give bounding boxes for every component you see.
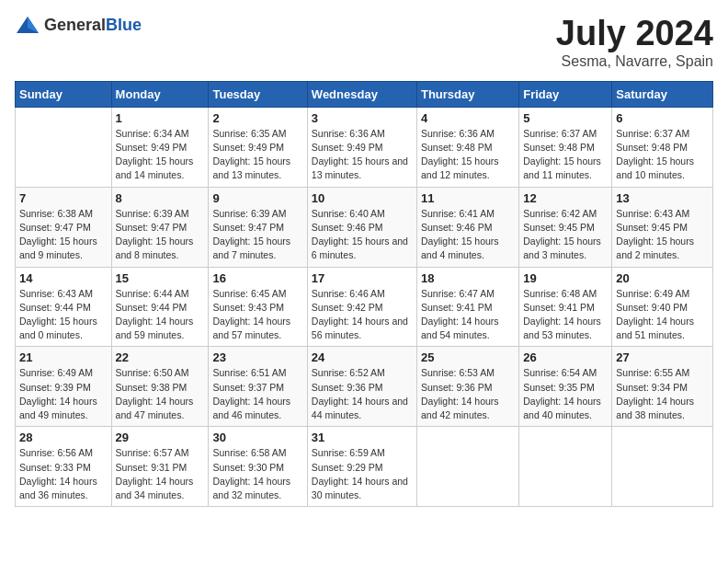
week-row-4: 21Sunrise: 6:49 AMSunset: 9:39 PMDayligh…	[16, 347, 713, 427]
calendar-cell: 7Sunrise: 6:38 AMSunset: 9:47 PMDaylight…	[16, 187, 112, 267]
week-row-1: 1Sunrise: 6:34 AMSunset: 9:49 PMDaylight…	[16, 107, 713, 187]
day-number: 4	[421, 111, 515, 125]
calendar-cell: 12Sunrise: 6:42 AMSunset: 9:45 PMDayligh…	[519, 187, 612, 267]
logo-general-text: General	[44, 16, 106, 34]
day-info: Sunrise: 6:42 AMSunset: 9:45 PMDaylight:…	[523, 207, 608, 263]
day-info: Sunrise: 6:59 AMSunset: 9:29 PMDaylight:…	[312, 446, 413, 502]
calendar-cell: 24Sunrise: 6:52 AMSunset: 9:36 PMDayligh…	[307, 347, 416, 427]
day-info: Sunrise: 6:49 AMSunset: 9:39 PMDaylight:…	[19, 366, 108, 422]
day-number: 17	[312, 271, 413, 285]
day-info: Sunrise: 6:45 AMSunset: 9:43 PMDaylight:…	[212, 287, 302, 343]
page-header: GeneralBlue July 2024 Sesma, Navarre, Sp…	[15, 15, 713, 70]
day-number: 3	[312, 111, 413, 125]
day-info: Sunrise: 6:39 AMSunset: 9:47 PMDaylight:…	[116, 207, 205, 263]
day-number: 26	[523, 350, 608, 364]
day-info: Sunrise: 6:40 AMSunset: 9:46 PMDaylight:…	[312, 207, 413, 263]
day-number: 23	[212, 350, 302, 364]
day-number: 12	[523, 191, 608, 205]
logo-icon	[15, 15, 40, 35]
day-info: Sunrise: 6:54 AMSunset: 9:35 PMDaylight:…	[523, 366, 608, 422]
day-info: Sunrise: 6:37 AMSunset: 9:48 PMDaylight:…	[616, 127, 709, 183]
day-info: Sunrise: 6:58 AMSunset: 9:30 PMDaylight:…	[212, 446, 302, 502]
calendar-table: SundayMondayTuesdayWednesdayThursdayFrid…	[15, 81, 713, 507]
day-info: Sunrise: 6:43 AMSunset: 9:45 PMDaylight:…	[616, 207, 709, 263]
day-info: Sunrise: 6:48 AMSunset: 9:41 PMDaylight:…	[523, 287, 608, 343]
title-block: July 2024 Sesma, Navarre, Spain	[556, 15, 713, 70]
calendar-cell: 16Sunrise: 6:45 AMSunset: 9:43 PMDayligh…	[209, 267, 307, 347]
calendar-cell: 13Sunrise: 6:43 AMSunset: 9:45 PMDayligh…	[612, 187, 713, 267]
day-number: 9	[212, 191, 302, 205]
weekday-header-wednesday: Wednesday	[307, 81, 416, 107]
day-info: Sunrise: 6:39 AMSunset: 9:47 PMDaylight:…	[212, 207, 302, 263]
weekday-header-row: SundayMondayTuesdayWednesdayThursdayFrid…	[16, 81, 713, 107]
day-number: 27	[616, 350, 709, 364]
day-number: 6	[616, 111, 709, 125]
day-number: 7	[19, 191, 108, 205]
day-number: 1	[116, 111, 205, 125]
calendar-cell: 27Sunrise: 6:55 AMSunset: 9:34 PMDayligh…	[612, 347, 713, 427]
day-info: Sunrise: 6:56 AMSunset: 9:33 PMDaylight:…	[19, 446, 108, 502]
calendar-cell: 10Sunrise: 6:40 AMSunset: 9:46 PMDayligh…	[307, 187, 416, 267]
calendar-cell: 14Sunrise: 6:43 AMSunset: 9:44 PMDayligh…	[16, 267, 112, 347]
day-info: Sunrise: 6:36 AMSunset: 9:48 PMDaylight:…	[421, 127, 515, 183]
day-info: Sunrise: 6:35 AMSunset: 9:49 PMDaylight:…	[212, 127, 302, 183]
calendar-cell: 28Sunrise: 6:56 AMSunset: 9:33 PMDayligh…	[16, 427, 112, 507]
calendar-body: 1Sunrise: 6:34 AMSunset: 9:49 PMDaylight…	[16, 107, 713, 506]
day-info: Sunrise: 6:52 AMSunset: 9:36 PMDaylight:…	[312, 366, 413, 422]
day-info: Sunrise: 6:50 AMSunset: 9:38 PMDaylight:…	[116, 366, 205, 422]
weekday-header-saturday: Saturday	[612, 81, 713, 107]
calendar-cell: 29Sunrise: 6:57 AMSunset: 9:31 PMDayligh…	[111, 427, 209, 507]
day-number: 21	[19, 350, 108, 364]
calendar-cell: 26Sunrise: 6:54 AMSunset: 9:35 PMDayligh…	[519, 347, 612, 427]
day-number: 14	[19, 271, 108, 285]
weekday-header-monday: Monday	[111, 81, 209, 107]
logo-blue-text: Blue	[106, 16, 142, 34]
weekday-header-tuesday: Tuesday	[209, 81, 307, 107]
calendar-cell: 21Sunrise: 6:49 AMSunset: 9:39 PMDayligh…	[16, 347, 112, 427]
day-number: 2	[212, 111, 302, 125]
calendar-cell: 30Sunrise: 6:58 AMSunset: 9:30 PMDayligh…	[209, 427, 307, 507]
day-number: 8	[116, 191, 205, 205]
calendar-cell: 6Sunrise: 6:37 AMSunset: 9:48 PMDaylight…	[612, 107, 713, 187]
calendar-cell: 1Sunrise: 6:34 AMSunset: 9:49 PMDaylight…	[111, 107, 209, 187]
day-info: Sunrise: 6:55 AMSunset: 9:34 PMDaylight:…	[616, 366, 709, 422]
day-number: 24	[312, 350, 413, 364]
day-info: Sunrise: 6:51 AMSunset: 9:37 PMDaylight:…	[212, 366, 302, 422]
calendar-cell	[416, 427, 518, 507]
calendar-cell: 19Sunrise: 6:48 AMSunset: 9:41 PMDayligh…	[519, 267, 612, 347]
month-title: July 2024	[556, 15, 713, 53]
day-info: Sunrise: 6:53 AMSunset: 9:36 PMDaylight:…	[421, 366, 515, 422]
week-row-2: 7Sunrise: 6:38 AMSunset: 9:47 PMDaylight…	[16, 187, 713, 267]
calendar-header: SundayMondayTuesdayWednesdayThursdayFrid…	[16, 81, 713, 107]
calendar-cell: 25Sunrise: 6:53 AMSunset: 9:36 PMDayligh…	[416, 347, 518, 427]
day-info: Sunrise: 6:43 AMSunset: 9:44 PMDaylight:…	[19, 287, 108, 343]
day-info: Sunrise: 6:34 AMSunset: 9:49 PMDaylight:…	[116, 127, 205, 183]
logo: GeneralBlue	[15, 15, 142, 35]
calendar-cell: 20Sunrise: 6:49 AMSunset: 9:40 PMDayligh…	[612, 267, 713, 347]
day-info: Sunrise: 6:44 AMSunset: 9:44 PMDaylight:…	[116, 287, 205, 343]
calendar-cell: 9Sunrise: 6:39 AMSunset: 9:47 PMDaylight…	[209, 187, 307, 267]
calendar-cell: 17Sunrise: 6:46 AMSunset: 9:42 PMDayligh…	[307, 267, 416, 347]
calendar-cell: 5Sunrise: 6:37 AMSunset: 9:48 PMDaylight…	[519, 107, 612, 187]
day-number: 25	[421, 350, 515, 364]
day-info: Sunrise: 6:38 AMSunset: 9:47 PMDaylight:…	[19, 207, 108, 263]
weekday-header-friday: Friday	[519, 81, 612, 107]
week-row-3: 14Sunrise: 6:43 AMSunset: 9:44 PMDayligh…	[16, 267, 713, 347]
day-number: 30	[212, 431, 302, 444]
day-info: Sunrise: 6:47 AMSunset: 9:41 PMDaylight:…	[421, 287, 515, 343]
location-title: Sesma, Navarre, Spain	[556, 53, 713, 70]
day-number: 11	[421, 191, 515, 205]
day-info: Sunrise: 6:46 AMSunset: 9:42 PMDaylight:…	[312, 287, 413, 343]
day-number: 29	[116, 431, 205, 444]
weekday-header-sunday: Sunday	[16, 81, 112, 107]
day-number: 16	[212, 271, 302, 285]
day-info: Sunrise: 6:36 AMSunset: 9:49 PMDaylight:…	[312, 127, 413, 183]
day-number: 31	[312, 431, 413, 444]
weekday-header-thursday: Thursday	[416, 81, 518, 107]
day-info: Sunrise: 6:37 AMSunset: 9:48 PMDaylight:…	[523, 127, 608, 183]
day-number: 28	[19, 431, 108, 444]
calendar-cell: 4Sunrise: 6:36 AMSunset: 9:48 PMDaylight…	[416, 107, 518, 187]
day-number: 15	[116, 271, 205, 285]
calendar-cell: 31Sunrise: 6:59 AMSunset: 9:29 PMDayligh…	[307, 427, 416, 507]
day-info: Sunrise: 6:41 AMSunset: 9:46 PMDaylight:…	[421, 207, 515, 263]
